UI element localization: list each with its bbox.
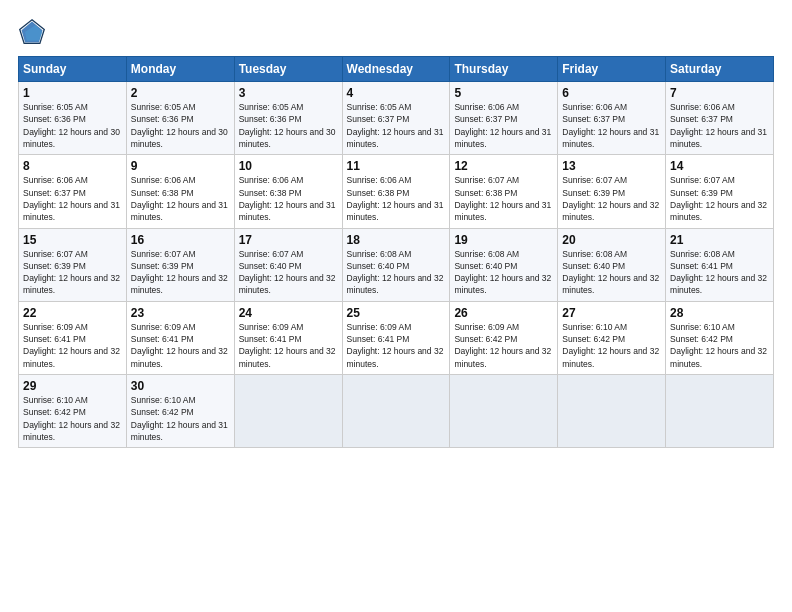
- daylight-label: Daylight: 12 hours and 32 minutes.: [562, 200, 659, 222]
- day-of-week-header: Tuesday: [234, 57, 342, 82]
- sunrise-label: Sunrise: 6:05 AM: [347, 102, 412, 112]
- day-number: 23: [131, 306, 230, 320]
- sunrise-label: Sunrise: 6:10 AM: [131, 395, 196, 405]
- sunset-label: Sunset: 6:41 PM: [131, 334, 194, 344]
- daylight-label: Daylight: 12 hours and 31 minutes.: [239, 200, 336, 222]
- calendar-day-cell: 3 Sunrise: 6:05 AM Sunset: 6:36 PM Dayli…: [234, 82, 342, 155]
- daylight-label: Daylight: 12 hours and 32 minutes.: [454, 273, 551, 295]
- sunset-label: Sunset: 6:40 PM: [347, 261, 410, 271]
- day-info: Sunrise: 6:10 AM Sunset: 6:42 PM Dayligh…: [562, 321, 661, 370]
- day-info: Sunrise: 6:06 AM Sunset: 6:38 PM Dayligh…: [131, 174, 230, 223]
- sunset-label: Sunset: 6:37 PM: [23, 188, 86, 198]
- day-number: 2: [131, 86, 230, 100]
- day-number: 30: [131, 379, 230, 393]
- daylight-label: Daylight: 12 hours and 32 minutes.: [347, 273, 444, 295]
- sunrise-label: Sunrise: 6:07 AM: [131, 249, 196, 259]
- sunset-label: Sunset: 6:36 PM: [23, 114, 86, 124]
- day-info: Sunrise: 6:08 AM Sunset: 6:41 PM Dayligh…: [670, 248, 769, 297]
- sunrise-label: Sunrise: 6:09 AM: [239, 322, 304, 332]
- sunset-label: Sunset: 6:39 PM: [562, 188, 625, 198]
- logo-icon: [18, 18, 46, 46]
- calendar-day-cell: 10 Sunrise: 6:06 AM Sunset: 6:38 PM Dayl…: [234, 155, 342, 228]
- daylight-label: Daylight: 12 hours and 32 minutes.: [562, 273, 659, 295]
- sunset-label: Sunset: 6:36 PM: [131, 114, 194, 124]
- calendar-header: SundayMondayTuesdayWednesdayThursdayFrid…: [19, 57, 774, 82]
- calendar-day-cell: 15 Sunrise: 6:07 AM Sunset: 6:39 PM Dayl…: [19, 228, 127, 301]
- calendar-day-cell: 9 Sunrise: 6:06 AM Sunset: 6:38 PM Dayli…: [126, 155, 234, 228]
- day-of-week-header: Sunday: [19, 57, 127, 82]
- sunset-label: Sunset: 6:39 PM: [670, 188, 733, 198]
- sunrise-label: Sunrise: 6:10 AM: [23, 395, 88, 405]
- day-number: 12: [454, 159, 553, 173]
- day-info: Sunrise: 6:07 AM Sunset: 6:39 PM Dayligh…: [131, 248, 230, 297]
- day-number: 24: [239, 306, 338, 320]
- sunrise-label: Sunrise: 6:06 AM: [347, 175, 412, 185]
- sunrise-label: Sunrise: 6:06 AM: [239, 175, 304, 185]
- daylight-label: Daylight: 12 hours and 32 minutes.: [131, 273, 228, 295]
- sunrise-label: Sunrise: 6:05 AM: [239, 102, 304, 112]
- day-number: 18: [347, 233, 446, 247]
- sunset-label: Sunset: 6:39 PM: [23, 261, 86, 271]
- sunset-label: Sunset: 6:42 PM: [131, 407, 194, 417]
- day-number: 5: [454, 86, 553, 100]
- day-of-week-header: Wednesday: [342, 57, 450, 82]
- sunset-label: Sunset: 6:36 PM: [239, 114, 302, 124]
- day-number: 19: [454, 233, 553, 247]
- daylight-label: Daylight: 12 hours and 32 minutes.: [454, 346, 551, 368]
- day-number: 17: [239, 233, 338, 247]
- daylight-label: Daylight: 12 hours and 32 minutes.: [670, 200, 767, 222]
- day-info: Sunrise: 6:09 AM Sunset: 6:42 PM Dayligh…: [454, 321, 553, 370]
- day-info: Sunrise: 6:05 AM Sunset: 6:37 PM Dayligh…: [347, 101, 446, 150]
- daylight-label: Daylight: 12 hours and 31 minutes.: [454, 127, 551, 149]
- sunrise-label: Sunrise: 6:05 AM: [23, 102, 88, 112]
- sunset-label: Sunset: 6:42 PM: [23, 407, 86, 417]
- day-of-week-header: Monday: [126, 57, 234, 82]
- day-info: Sunrise: 6:05 AM Sunset: 6:36 PM Dayligh…: [131, 101, 230, 150]
- day-info: Sunrise: 6:06 AM Sunset: 6:37 PM Dayligh…: [23, 174, 122, 223]
- calendar-day-cell: 19 Sunrise: 6:08 AM Sunset: 6:40 PM Dayl…: [450, 228, 558, 301]
- calendar-day-cell: 14 Sunrise: 6:07 AM Sunset: 6:39 PM Dayl…: [666, 155, 774, 228]
- day-number: 14: [670, 159, 769, 173]
- day-info: Sunrise: 6:10 AM Sunset: 6:42 PM Dayligh…: [670, 321, 769, 370]
- day-info: Sunrise: 6:09 AM Sunset: 6:41 PM Dayligh…: [347, 321, 446, 370]
- sunset-label: Sunset: 6:40 PM: [562, 261, 625, 271]
- logo: [18, 18, 50, 46]
- calendar-day-cell: 6 Sunrise: 6:06 AM Sunset: 6:37 PM Dayli…: [558, 82, 666, 155]
- calendar-day-cell: 4 Sunrise: 6:05 AM Sunset: 6:37 PM Dayli…: [342, 82, 450, 155]
- day-number: 25: [347, 306, 446, 320]
- sunrise-label: Sunrise: 6:09 AM: [454, 322, 519, 332]
- daylight-label: Daylight: 12 hours and 31 minutes.: [131, 200, 228, 222]
- day-number: 22: [23, 306, 122, 320]
- sunset-label: Sunset: 6:42 PM: [562, 334, 625, 344]
- day-number: 28: [670, 306, 769, 320]
- calendar-day-cell: 24 Sunrise: 6:09 AM Sunset: 6:41 PM Dayl…: [234, 301, 342, 374]
- day-info: Sunrise: 6:06 AM Sunset: 6:38 PM Dayligh…: [347, 174, 446, 223]
- daylight-label: Daylight: 12 hours and 31 minutes.: [347, 200, 444, 222]
- day-number: 6: [562, 86, 661, 100]
- sunset-label: Sunset: 6:37 PM: [562, 114, 625, 124]
- calendar-day-cell: 25 Sunrise: 6:09 AM Sunset: 6:41 PM Dayl…: [342, 301, 450, 374]
- day-info: Sunrise: 6:09 AM Sunset: 6:41 PM Dayligh…: [23, 321, 122, 370]
- day-info: Sunrise: 6:07 AM Sunset: 6:39 PM Dayligh…: [23, 248, 122, 297]
- day-number: 1: [23, 86, 122, 100]
- calendar-day-cell: 27 Sunrise: 6:10 AM Sunset: 6:42 PM Dayl…: [558, 301, 666, 374]
- header: [18, 18, 774, 46]
- day-info: Sunrise: 6:06 AM Sunset: 6:37 PM Dayligh…: [454, 101, 553, 150]
- day-info: Sunrise: 6:09 AM Sunset: 6:41 PM Dayligh…: [239, 321, 338, 370]
- calendar-day-cell: 2 Sunrise: 6:05 AM Sunset: 6:36 PM Dayli…: [126, 82, 234, 155]
- sunrise-label: Sunrise: 6:07 AM: [239, 249, 304, 259]
- sunset-label: Sunset: 6:38 PM: [454, 188, 517, 198]
- calendar-day-cell: 18 Sunrise: 6:08 AM Sunset: 6:40 PM Dayl…: [342, 228, 450, 301]
- sunset-label: Sunset: 6:38 PM: [131, 188, 194, 198]
- daylight-label: Daylight: 12 hours and 31 minutes.: [23, 200, 120, 222]
- calendar-day-cell: 29 Sunrise: 6:10 AM Sunset: 6:42 PM Dayl…: [19, 375, 127, 448]
- calendar-day-cell: 20 Sunrise: 6:08 AM Sunset: 6:40 PM Dayl…: [558, 228, 666, 301]
- sunrise-label: Sunrise: 6:09 AM: [347, 322, 412, 332]
- day-info: Sunrise: 6:07 AM Sunset: 6:39 PM Dayligh…: [670, 174, 769, 223]
- sunrise-label: Sunrise: 6:07 AM: [562, 175, 627, 185]
- day-info: Sunrise: 6:06 AM Sunset: 6:37 PM Dayligh…: [562, 101, 661, 150]
- sunset-label: Sunset: 6:37 PM: [454, 114, 517, 124]
- daylight-label: Daylight: 12 hours and 31 minutes.: [131, 420, 228, 442]
- sunset-label: Sunset: 6:41 PM: [347, 334, 410, 344]
- sunrise-label: Sunrise: 6:08 AM: [670, 249, 735, 259]
